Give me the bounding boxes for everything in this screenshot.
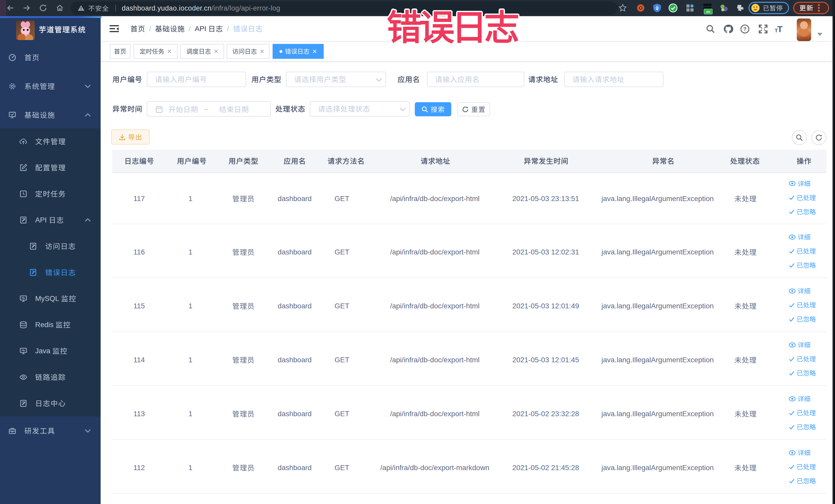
svg-text:T: T xyxy=(775,28,778,33)
svg-text:?: ? xyxy=(744,26,747,32)
svg-text:T: T xyxy=(777,24,782,34)
